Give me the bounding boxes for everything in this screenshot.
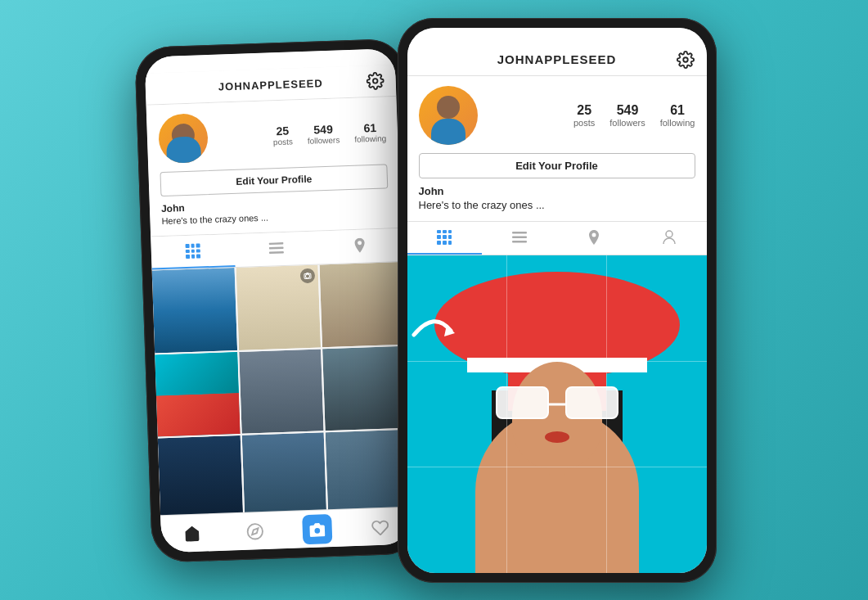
left-list-icon: [268, 241, 283, 254]
left-edit-profile-button[interactable]: Edit Your Profile: [160, 164, 388, 196]
right-avatar: [419, 86, 478, 145]
left-stat-posts-label: posts: [272, 136, 292, 146]
camera-overlay: [299, 268, 315, 283]
right-status-bar: [407, 28, 707, 44]
right-app-header: JOHNAPPLESEED: [407, 44, 707, 76]
sunglasses-left: [496, 386, 549, 419]
right-phone-screen: JOHNAPPLESEED: [407, 28, 707, 573]
right-phone-wrapper: JOHNAPPLESEED: [398, 18, 717, 583]
right-tab-location[interactable]: [557, 222, 632, 255]
left-stat-followers: 549 followers: [307, 121, 340, 144]
explore-icon: [245, 521, 264, 540]
left-tab-grid[interactable]: [151, 234, 235, 270]
right-profile-section: 25 posts 549 followers 61 following: [407, 76, 707, 222]
left-stat-following-number: 61: [353, 120, 385, 133]
left-grid-content: [151, 261, 410, 514]
left-stat-followers-label: followers: [307, 134, 340, 144]
left-nav-camera[interactable]: [302, 513, 332, 544]
svg-marker-8: [251, 527, 258, 534]
right-stats-container: 25 posts 549 followers 61 following: [489, 103, 695, 128]
grid-cell-8[interactable]: [241, 432, 326, 515]
right-stat-followers-number: 549: [609, 103, 645, 118]
right-username: JOHNAPPLESEED: [497, 52, 617, 66]
left-stat-following-label: following: [354, 133, 386, 142]
left-grid-icon: [185, 243, 200, 259]
left-gear-icon[interactable]: [366, 71, 385, 90]
left-username: JOHNAPPLESEED: [218, 76, 322, 92]
left-phone-screen: JOHNAPPLESEED: [144, 48, 412, 553]
grid-cell-6[interactable]: [322, 345, 407, 431]
sunglasses: [496, 386, 618, 423]
svg-rect-14: [512, 241, 527, 243]
right-grid-icon: [437, 230, 452, 245]
right-stat-posts-label: posts: [573, 118, 595, 128]
left-location-icon: [353, 237, 366, 252]
right-stat-posts: 25 posts: [573, 103, 595, 128]
heart-icon: [371, 518, 389, 535]
sunglasses-right: [565, 386, 618, 419]
left-tab-location[interactable]: [317, 228, 402, 264]
right-stat-following: 61 following: [660, 103, 695, 128]
left-phone: JOHNAPPLESEED: [134, 38, 422, 562]
right-tab-grid[interactable]: [407, 222, 483, 255]
grid-cell-3[interactable]: [319, 261, 404, 346]
left-avatar-body: [165, 136, 200, 163]
left-image-grid: [151, 261, 410, 514]
left-phone-wrapper: JOHNAPPLESEED: [152, 43, 422, 558]
left-stat-followers-number: 549: [307, 121, 340, 135]
right-profile-top: 25 posts 549 followers 61 following: [419, 86, 695, 145]
grid-cell-5[interactable]: [238, 349, 323, 434]
right-avatar-person: [419, 86, 478, 145]
svg-point-4: [305, 273, 309, 277]
right-tab-bar: [407, 222, 707, 255]
left-stat-posts: 25 posts: [272, 123, 293, 146]
svg-point-15: [666, 231, 672, 237]
left-profile-top: 25 posts 549 followers 61 following: [157, 106, 386, 164]
right-location-icon: [588, 230, 600, 245]
right-tab-person[interactable]: [632, 222, 707, 255]
left-profile-bio: John Here's to the crazy ones ...: [160, 195, 389, 226]
svg-rect-12: [512, 232, 527, 234]
left-nav-explore[interactable]: [239, 516, 269, 546]
right-stat-followers: 549 followers: [609, 103, 645, 128]
grid-cell-1[interactable]: [151, 268, 236, 353]
svg-point-11: [684, 57, 689, 62]
left-stat-posts-number: 25: [272, 123, 292, 137]
left-stats-container: 25 posts 549 followers 61 following: [218, 120, 386, 147]
grid-cell-2[interactable]: [236, 264, 321, 350]
right-profile-bio: John Here's to the crazy ones ...: [419, 185, 695, 211]
right-stat-following-label: following: [660, 118, 695, 128]
grid-cell-7[interactable]: [157, 435, 242, 515]
grid-cell-4[interactable]: [155, 351, 240, 436]
right-edit-profile-button[interactable]: Edit Your Profile: [419, 153, 695, 178]
svg-point-0: [372, 79, 377, 83]
right-big-image: [407, 255, 707, 573]
left-stat-following: 61 following: [353, 120, 386, 142]
svg-point-7: [247, 523, 263, 539]
left-avatar: [157, 113, 208, 164]
right-tab-list[interactable]: [482, 222, 557, 255]
right-stat-followers-label: followers: [609, 118, 645, 128]
right-gear-icon[interactable]: [677, 51, 695, 69]
sunglasses-bridge: [549, 404, 565, 406]
left-profile-section: 25 posts 549 followers 61 following: [146, 97, 400, 237]
svg-rect-2: [268, 246, 283, 249]
left-avatar-person: [157, 113, 208, 164]
phones-container: JOHNAPPLESEED: [152, 18, 717, 583]
right-list-icon: [512, 232, 527, 243]
right-phone: JOHNAPPLESEED: [398, 18, 717, 583]
svg-rect-3: [268, 250, 283, 253]
home-icon: [182, 524, 201, 543]
lips: [545, 431, 569, 443]
right-bio-name: John: [419, 185, 695, 197]
svg-rect-1: [268, 241, 283, 244]
right-person-icon: [663, 230, 676, 245]
left-tab-list[interactable]: [234, 231, 318, 267]
svg-rect-13: [512, 236, 527, 238]
camera-icon: [304, 272, 312, 278]
left-nav-home[interactable]: [177, 517, 207, 548]
right-stat-posts-number: 25: [573, 103, 595, 118]
right-avatar-body: [431, 119, 465, 145]
photo-composition: [407, 255, 707, 573]
left-nav-heart[interactable]: [364, 511, 394, 541]
